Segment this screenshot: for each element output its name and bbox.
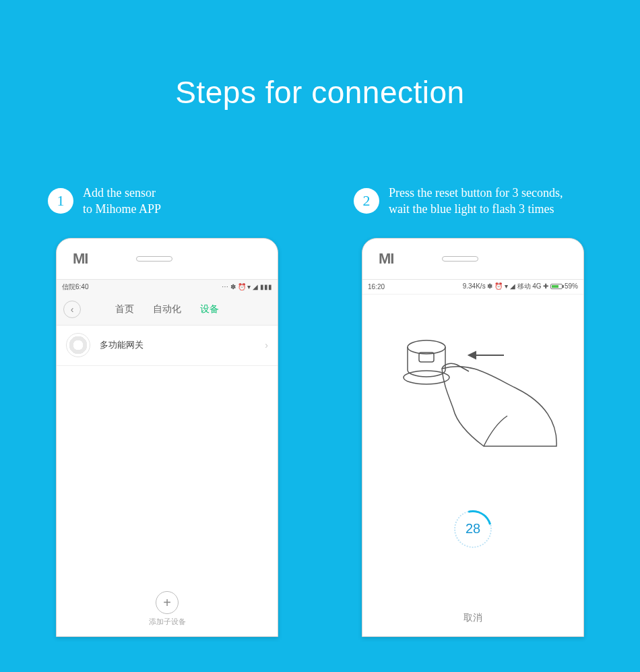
phone-speaker bbox=[136, 256, 172, 262]
hand-press-icon bbox=[389, 322, 565, 456]
status-bar: 16:20 9.34K/s ✽ ⏰ ▾ ◢ 移动 4G ✚ 59% bbox=[362, 280, 583, 295]
gateway-icon bbox=[66, 333, 90, 357]
device-name: 多功能网关 bbox=[100, 339, 255, 351]
step-head: 2 Press the reset button for 3 seconds, … bbox=[348, 185, 598, 218]
step-2: 2 Press the reset button for 3 seconds, … bbox=[348, 185, 598, 637]
status-time: 信院6:40 bbox=[62, 282, 88, 292]
nav-bar: ‹ 首页 自动化 设备 bbox=[57, 295, 278, 326]
cancel-button[interactable]: 取消 bbox=[362, 612, 583, 624]
tab-automation[interactable]: 自动化 bbox=[153, 303, 181, 315]
chevron-right-icon: › bbox=[265, 340, 268, 350]
step-number-badge: 1 bbox=[48, 188, 73, 214]
battery-icon bbox=[550, 284, 563, 289]
poster: Steps for connection 1 Add the sensor to… bbox=[0, 0, 640, 672]
add-device-area: + 添加子设备 bbox=[57, 591, 278, 627]
mi-logo: MI bbox=[379, 250, 393, 268]
countdown-value: 28 bbox=[466, 521, 480, 537]
phone-screen-1: 信院6:40 ⋯ ✽ ⏰ ▾ ◢ ▮▮▮ ‹ 首页 自动化 设备 bbox=[57, 279, 278, 636]
device-row[interactable]: 多功能网关 › bbox=[57, 326, 278, 366]
countdown-timer: 28 bbox=[454, 510, 492, 548]
svg-point-0 bbox=[408, 340, 445, 354]
phone-bezel-top: MI bbox=[57, 239, 278, 279]
svg-marker-4 bbox=[469, 352, 476, 359]
phone-mockup-1: MI 信院6:40 ⋯ ✽ ⏰ ▾ ◢ ▮▮▮ ‹ 首页 bbox=[56, 238, 278, 637]
step-number-badge: 2 bbox=[354, 188, 379, 214]
status-bar: 信院6:40 ⋯ ✽ ⏰ ▾ ◢ ▮▮▮ bbox=[57, 280, 278, 295]
mi-logo: MI bbox=[73, 250, 88, 268]
add-device-button[interactable]: + bbox=[156, 591, 179, 614]
step-text: Add the sensor to Mihome APP bbox=[83, 185, 161, 218]
add-device-label: 添加子设备 bbox=[57, 617, 278, 627]
page-title: Steps for connection bbox=[0, 74, 640, 111]
phone-speaker bbox=[442, 256, 478, 262]
steps-row: 1 Add the sensor to Mihome APP MI 信院6:40… bbox=[0, 185, 640, 637]
status-icons: ⋯ ✽ ⏰ ▾ ◢ ▮▮▮ bbox=[222, 283, 272, 291]
tab-devices[interactable]: 设备 bbox=[200, 303, 219, 315]
phone-screen-2: 16:20 9.34K/s ✽ ⏰ ▾ ◢ 移动 4G ✚ 59% bbox=[362, 279, 583, 636]
status-time: 16:20 bbox=[368, 283, 385, 291]
status-network: 9.34K/s ✽ ⏰ ▾ ◢ 移动 4G ✚ bbox=[463, 282, 549, 290]
tab-home[interactable]: 首页 bbox=[115, 303, 134, 315]
phone-bezel-top: MI bbox=[362, 239, 583, 279]
step-1: 1 Add the sensor to Mihome APP MI 信院6:40… bbox=[42, 185, 292, 637]
step-text: Press the reset button for 3 seconds, wa… bbox=[389, 185, 563, 218]
countdown-wrap: 28 bbox=[362, 510, 583, 548]
plus-icon: + bbox=[163, 596, 171, 609]
battery-percent: 59% bbox=[565, 282, 578, 290]
status-icons-right: 9.34K/s ✽ ⏰ ▾ ◢ 移动 4G ✚ 59% bbox=[463, 282, 578, 291]
phone-mockup-2: MI 16:20 9.34K/s ✽ ⏰ ▾ ◢ 移动 4G ✚ 59% bbox=[362, 238, 584, 637]
pairing-illustration bbox=[362, 322, 583, 470]
tabs: 首页 自动化 设备 bbox=[57, 303, 278, 315]
step-head: 1 Add the sensor to Mihome APP bbox=[42, 185, 292, 218]
